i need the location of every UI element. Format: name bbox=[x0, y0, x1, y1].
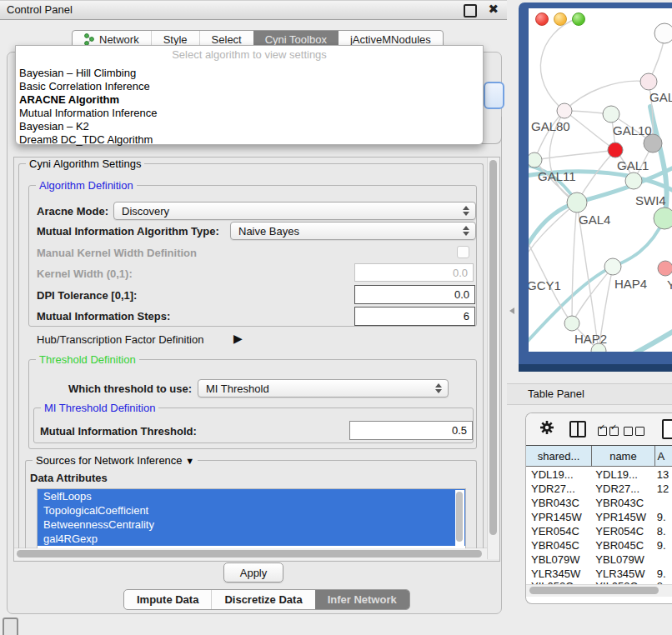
network-canvas[interactable]: GAL GAL80 GAL10 GAL1 GAL11 SWI4 GAL4 GCY… bbox=[529, 8, 672, 352]
table-row[interactable]: YDL19...YDL19...13 bbox=[526, 468, 672, 482]
dropdown-item[interactable]: Mutual Information Inference bbox=[19, 107, 157, 119]
export-table-icon[interactable] bbox=[662, 419, 672, 439]
combo-arrows-icon bbox=[463, 202, 469, 219]
control-panel-titlebar: Control Panel ✖ bbox=[0, 0, 507, 20]
window-title: Control Panel bbox=[7, 3, 73, 16]
select-all-icon[interactable]: ✓✓ bbox=[598, 424, 621, 439]
float-window-icon[interactable] bbox=[464, 4, 477, 18]
manual-kernel-label: Manual Kernel Width Definition bbox=[37, 247, 197, 259]
tab-discretize-data[interactable]: Discretize Data bbox=[211, 590, 314, 609]
mi-type-value: Naive Bayes bbox=[238, 225, 299, 238]
panel-splitter-arrow-icon[interactable] bbox=[509, 308, 514, 314]
node bbox=[654, 23, 672, 43]
tab-network-label: Network bbox=[99, 33, 139, 46]
which-threshold-combobox[interactable]: MI Threshold bbox=[198, 379, 449, 398]
table-row[interactable]: YBR045CYBR045C9. bbox=[526, 538, 672, 552]
node-label: GAL4 bbox=[579, 212, 610, 227]
mi-threshold-definition-title: MI Threshold Definition bbox=[41, 402, 158, 414]
dropdown-item[interactable]: Bayesian – Hill Climbing bbox=[19, 67, 136, 79]
node bbox=[640, 73, 657, 90]
mac-zoom-icon[interactable] bbox=[572, 12, 585, 26]
mi-type-label: Mutual Information Algorithm Type: bbox=[37, 225, 219, 238]
node-gal1-red bbox=[608, 142, 623, 158]
node-label: HAP2 bbox=[574, 332, 607, 346]
table-row[interactable]: YDR27...YDR27...12 bbox=[526, 482, 672, 496]
node-hap4 bbox=[604, 258, 621, 275]
hub-section-label[interactable]: Hub/Transcription Factor Definition bbox=[37, 333, 203, 346]
table-horizontal-scrollbar[interactable] bbox=[526, 584, 672, 597]
minimized-panel-icon[interactable] bbox=[3, 618, 18, 635]
column-header[interactable]: A bbox=[655, 446, 672, 466]
dropdown-item[interactable]: Dream8 DC_TDC Algorithm bbox=[19, 133, 153, 146]
manual-kernel-checkbox[interactable] bbox=[457, 246, 469, 258]
node-label: GAL10 bbox=[613, 123, 652, 138]
list-item[interactable]: BetweennessCentrality bbox=[38, 518, 465, 532]
which-threshold-value: MI Threshold bbox=[206, 382, 269, 395]
kernel-width-value: 0.0 bbox=[453, 267, 468, 279]
which-threshold-label: Which threshold to use: bbox=[68, 382, 192, 395]
threshold-definition-title: Threshold Definition bbox=[36, 353, 139, 366]
column-header[interactable]: name bbox=[592, 446, 654, 466]
show-columns-icon[interactable] bbox=[569, 421, 586, 438]
collapse-down-icon[interactable]: ▼ bbox=[185, 456, 194, 466]
mi-steps-input[interactable]: 6 bbox=[354, 307, 475, 326]
sources-group-title: Sources for Network Inference ▼ bbox=[33, 454, 198, 467]
data-attributes-label: Data Attributes bbox=[30, 472, 108, 484]
mi-steps-value: 6 bbox=[464, 310, 469, 322]
table-row[interactable]: YBL079WYBL079W bbox=[526, 552, 672, 567]
node-label: HAP4 bbox=[614, 277, 647, 291]
cyni-settings-group-title: Cyni Algorithm Settings bbox=[26, 158, 144, 170]
node-green bbox=[654, 208, 672, 229]
list-item[interactable]: SelfLoops bbox=[38, 489, 465, 503]
mi-threshold-input[interactable]: 0.5 bbox=[349, 421, 473, 440]
table-header-row: shared... name A bbox=[526, 446, 672, 467]
deselect-all-icon[interactable] bbox=[624, 424, 647, 439]
table-row[interactable]: YPR145WYPR145W9. bbox=[526, 510, 672, 524]
column-header[interactable]: shared... bbox=[526, 446, 592, 466]
aracne-mode-value: Discovery bbox=[122, 205, 169, 218]
table-panel-titlebar: Table Panel bbox=[507, 383, 672, 405]
table-row[interactable]: YBR043CYBR043C bbox=[526, 496, 672, 510]
node-salmon bbox=[658, 261, 672, 276]
mi-type-combobox[interactable]: Naive Bayes bbox=[230, 222, 476, 240]
node-gal11 bbox=[529, 152, 542, 168]
table-horizontal-scrollbar-thumb[interactable] bbox=[529, 587, 659, 594]
list-item[interactable]: gal4RGexp bbox=[38, 532, 465, 546]
apply-button[interactable]: Apply bbox=[223, 562, 283, 582]
tab-infer-network[interactable]: Infer Network bbox=[315, 590, 409, 609]
dpi-tolerance-label: DPI Tolerance [0,1]: bbox=[37, 289, 137, 302]
list-scrollbar-thumb[interactable] bbox=[456, 492, 463, 542]
node-label: Y bbox=[667, 278, 672, 292]
expand-right-icon[interactable]: ▶ bbox=[233, 332, 243, 345]
horizontal-scrollbar-thumb[interactable] bbox=[17, 550, 482, 558]
dpi-tolerance-input[interactable]: 0.0 bbox=[354, 285, 475, 304]
node-label: GAL bbox=[649, 90, 672, 104]
vertical-scrollbar[interactable] bbox=[487, 158, 499, 559]
dropdown-prompt: Select algorithm to view settings bbox=[16, 48, 483, 61]
aracne-mode-combobox[interactable]: Discovery bbox=[113, 202, 476, 220]
close-icon[interactable]: ✖ bbox=[488, 2, 499, 17]
list-scrollbar[interactable] bbox=[455, 490, 464, 548]
list-item[interactable]: TopologicalCoefficient bbox=[38, 503, 465, 518]
horizontal-scrollbar[interactable] bbox=[14, 548, 487, 560]
table-row[interactable]: YER054CYER054C8. bbox=[526, 524, 672, 538]
dropdown-item[interactable]: Bayesian – K2 bbox=[19, 120, 89, 132]
tab-impute-data[interactable]: Impute Data bbox=[124, 590, 211, 609]
kernel-width-label: Kernel Width (0,1): bbox=[37, 268, 133, 280]
node-label: SWI4 bbox=[635, 193, 666, 208]
vertical-scrollbar-thumb[interactable] bbox=[489, 160, 497, 535]
mac-close-icon[interactable] bbox=[535, 12, 549, 26]
dropdown-item-selected[interactable]: ARACNE Algorithm bbox=[19, 93, 119, 106]
table-panel: ✓✓ shared... name A YDL19...YDL19...13 Y… bbox=[525, 412, 672, 604]
mac-minimize-icon[interactable] bbox=[554, 12, 567, 26]
node-gal10 bbox=[603, 106, 619, 122]
kernel-width-input: 0.0 bbox=[354, 263, 474, 282]
mi-threshold-label: Mutual Information Threshold: bbox=[40, 425, 197, 438]
dropdown-item[interactable]: Basic Correlation Inference bbox=[19, 80, 150, 92]
table-panel-title: Table Panel bbox=[528, 388, 584, 400]
mi-threshold-value: 0.5 bbox=[452, 424, 467, 437]
focused-combobox-fragment bbox=[484, 82, 504, 109]
algorithm-dropdown-list: Select algorithm to view settings Bayesi… bbox=[15, 45, 484, 145]
gear-icon[interactable] bbox=[539, 420, 554, 435]
combo-arrows-icon bbox=[463, 222, 469, 239]
